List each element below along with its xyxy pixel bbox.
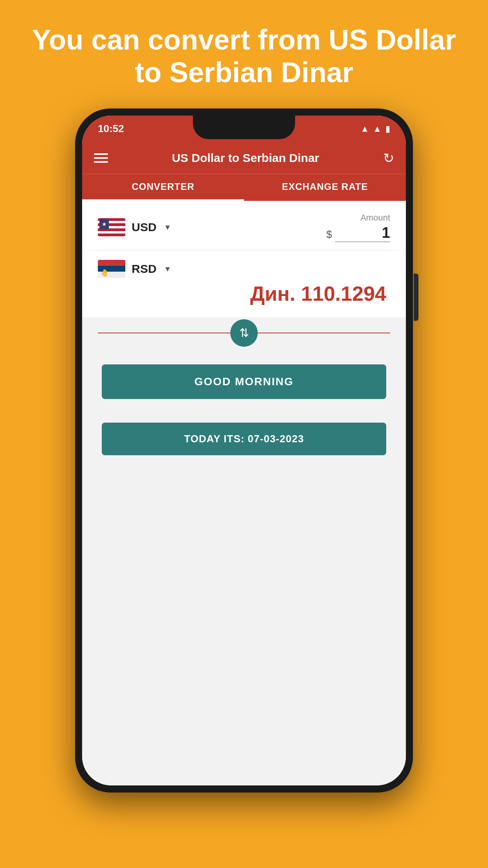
- app-title: US Dollar to Serbian Dinar: [172, 151, 319, 165]
- to-dropdown-arrow[interactable]: ▾: [165, 264, 170, 274]
- swap-divider: ⇅: [98, 317, 390, 349]
- from-currency-section: USD ▾ Amount $: [82, 201, 406, 250]
- rsd-flag: [98, 260, 125, 278]
- amount-label: Amount: [360, 213, 390, 223]
- signal-icon: ▲: [373, 124, 382, 134]
- notch: [193, 116, 295, 139]
- battery-icon: ▮: [385, 124, 390, 134]
- from-currency-code: USD: [132, 221, 159, 234]
- to-currency-section: RSD ▾ Дин. 110.1294: [82, 250, 406, 317]
- main-content: USD ▾ Amount $: [82, 201, 406, 785]
- greeting-button[interactable]: GOOD MORNING: [102, 364, 386, 399]
- wifi-icon: ▲: [360, 124, 369, 134]
- phone-screen: 10:52 ▲ ▲ ▮ US Dollar to Serbian Dinar ↻…: [82, 116, 406, 785]
- phone-shell: 10:52 ▲ ▲ ▮ US Dollar to Serbian Dinar ↻…: [75, 108, 413, 793]
- app-bar: US Dollar to Serbian Dinar ↻: [82, 142, 406, 174]
- promo-text: You can convert from US Dollar to Serbia…: [0, 0, 488, 105]
- usd-flag: [98, 218, 125, 236]
- swap-button[interactable]: ⇅: [230, 319, 258, 347]
- amount-input[interactable]: [335, 224, 390, 242]
- date-button[interactable]: TODAY ITS: 07-03-2023: [102, 423, 386, 455]
- refresh-icon[interactable]: ↻: [383, 150, 394, 166]
- amount-row: $: [327, 224, 390, 242]
- from-dropdown-arrow[interactable]: ▾: [165, 222, 170, 232]
- status-time: 10:52: [98, 123, 124, 135]
- tabs-bar: CONVERTER EXCHANGE RATE: [82, 174, 406, 201]
- status-icons: ▲ ▲ ▮: [360, 124, 390, 134]
- phone-device: 10:52 ▲ ▲ ▮ US Dollar to Serbian Dinar ↻…: [75, 108, 413, 793]
- amount-section: Amount $: [176, 213, 390, 242]
- to-currency-row: RSD ▾: [98, 260, 390, 278]
- hamburger-icon[interactable]: [94, 151, 108, 165]
- tab-converter[interactable]: CONVERTER: [82, 174, 244, 201]
- status-bar: 10:52 ▲ ▲ ▮: [82, 116, 406, 142]
- to-currency-code: RSD: [132, 262, 159, 276]
- converted-amount: Дин. 110.1294: [98, 282, 390, 305]
- tab-exchange-rate[interactable]: EXCHANGE RATE: [244, 174, 406, 201]
- from-currency-row: USD ▾ Amount $: [98, 213, 390, 242]
- currency-symbol: $: [327, 228, 332, 241]
